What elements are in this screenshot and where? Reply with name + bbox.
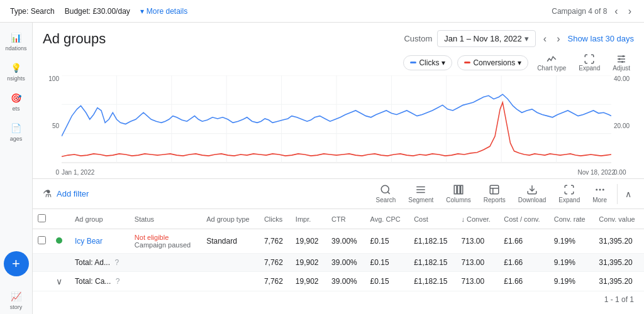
search-action-button[interactable]: Search (371, 183, 401, 205)
clicks-toggle[interactable]: Clicks ▾ (403, 55, 452, 70)
row-checkbox[interactable] (38, 236, 46, 244)
more-label: More (592, 197, 607, 203)
expand-table-button[interactable]: Expand (553, 183, 585, 205)
svg-point-32 (599, 189, 601, 191)
total-ad-status-cell (130, 254, 201, 272)
total-ad-dot-cell (51, 254, 70, 272)
expand-chart-label: Expand (579, 65, 600, 72)
svg-rect-27 (491, 185, 499, 194)
reports-label: Reports (484, 197, 506, 203)
segment-button[interactable]: Segment (403, 183, 438, 205)
conversions-label: Conversions (473, 58, 515, 67)
filter-bar: ⚗ Add filter Search Segment Columns (33, 178, 644, 209)
columns-button[interactable]: Columns (441, 183, 475, 205)
th-conv-rate: Conv. rate (549, 209, 594, 229)
total-ad-help-icon[interactable]: ? (114, 258, 119, 267)
total-ad-cost-conv-cell: £1.66 (499, 254, 549, 272)
total-campaign-row: ∨ Total: Ca... ? 7,762 19,902 39.00% £0.… (33, 272, 644, 291)
sidebar-label-ages: ages (10, 136, 23, 142)
ets-icon: 🎯 (10, 92, 23, 104)
date-picker[interactable]: Jan 1 – Nov 18, 2022 ▾ (437, 30, 536, 47)
total-ca-type-cell (201, 272, 259, 291)
conversions-chevron-icon: ▾ (518, 58, 521, 67)
svg-point-3 (623, 55, 625, 57)
row-ctr-cell: 39.00% (326, 229, 365, 254)
add-filter-button[interactable]: Add filter (57, 189, 89, 198)
total-ad-label-cell: Total: Ad... ? (70, 254, 130, 272)
expand-chart-button[interactable]: Expand (575, 52, 604, 73)
plus-icon: + (12, 257, 20, 271)
svg-point-19 (382, 185, 389, 193)
next-campaign-button[interactable]: › (626, 4, 634, 18)
date-range-text: Jan 1 – Nov 18, 2022 (444, 34, 522, 43)
row-status-cell: Not eligible Campaign paused (130, 229, 201, 254)
prev-date-button[interactable]: ‹ (541, 31, 549, 47)
th-clicks: Clicks (259, 209, 291, 229)
svg-point-33 (602, 189, 604, 191)
reports-button[interactable]: Reports (479, 183, 511, 205)
th-ctr: CTR (326, 209, 365, 229)
row-cost-conv-cell: £1.66 (499, 229, 549, 254)
sidebar-item-ets[interactable]: 🎯 ets (0, 88, 32, 116)
svg-point-4 (619, 58, 621, 60)
next-date-button[interactable]: › (554, 31, 562, 47)
total-ca-checkbox-cell (33, 272, 51, 291)
row-avg-cpc-cell: £0.15 (365, 229, 409, 254)
pagination: 1 - 1 of 1 (33, 291, 644, 308)
total-ca-cost-conv-cell: £1.66 (499, 272, 549, 291)
row-conv-cell: 713.00 (456, 229, 499, 254)
chart-svg (62, 75, 611, 163)
chart-type-label: Chart type (537, 65, 566, 72)
total-ca-impr-cell: 19,902 (291, 272, 326, 291)
ad-groups-table: Ad group Status Ad group type Clicks Imp… (33, 209, 644, 291)
chart-y-axis-left: 100 50 0 (43, 75, 62, 176)
not-eligible-status: Not eligible (135, 234, 196, 241)
adjust-label: Adjust (613, 65, 630, 72)
date-picker-arrow-icon: ▾ (525, 34, 529, 43)
svg-point-5 (621, 61, 623, 63)
row-status-dot-cell (51, 229, 70, 254)
add-button[interactable]: + (4, 251, 29, 276)
sidebar-item-ndations[interactable]: 📊 ndations (0, 28, 32, 55)
collapse-button[interactable]: ∧ (623, 187, 634, 202)
columns-icon (453, 184, 464, 195)
sidebar-label-story: story (10, 304, 23, 310)
adjust-icon (616, 53, 627, 65)
columns-label: Columns (446, 197, 470, 203)
chart-controls: Clicks ▾ Conversions ▾ Chart type (43, 52, 634, 73)
chart-container: Clicks ▾ Conversions ▾ Chart type (33, 52, 644, 176)
total-ca-conv-rate-cell: 9.19% (549, 272, 594, 291)
chart-svg-area (62, 75, 611, 163)
prev-campaign-button[interactable]: ‹ (612, 4, 620, 18)
more-button[interactable]: More (587, 183, 612, 205)
th-conv-value: Conv. value (594, 209, 644, 229)
chart-type-button[interactable]: Chart type (533, 52, 570, 73)
total-ca-avg-cpc-cell: £0.15 (365, 272, 409, 291)
expand-campaign-icon[interactable]: ∨ (56, 276, 62, 286)
conversions-toggle[interactable]: Conversions ▾ (457, 55, 528, 70)
expand-chart-icon (584, 53, 595, 65)
total-ca-label-cell: Total: Ca... ? (70, 272, 130, 291)
sidebar-item-nsights[interactable]: 💡 nsights (0, 58, 32, 85)
show-last-button[interactable]: Show last 30 days (567, 34, 634, 43)
ad-group-link[interactable]: Icy Bear (75, 237, 103, 246)
sidebar-item-ages[interactable]: 📄 ages (0, 118, 32, 146)
chart-y-axis-right: 40.00 20.00 0.00 (611, 75, 634, 176)
search-icon (380, 184, 391, 195)
row-type-cell: Standard (201, 229, 259, 254)
select-all-checkbox[interactable] (38, 214, 46, 222)
total-ca-help-icon[interactable]: ? (116, 277, 120, 286)
total-ad-cost-cell: £1,182.15 (409, 254, 456, 272)
more-details-link[interactable]: ▾ More details (140, 7, 187, 16)
chart-type-icon (546, 53, 557, 65)
segment-label: Segment (408, 197, 433, 203)
content-header: Ad groups Custom Jan 1 – Nov 18, 2022 ▾ … (33, 23, 644, 52)
sidebar-item-story[interactable]: 📈 story (0, 286, 32, 314)
th-ad-group: Ad group (70, 209, 130, 229)
download-button[interactable]: Download (513, 183, 551, 205)
adjust-button[interactable]: Adjust (609, 52, 634, 73)
reports-icon (489, 184, 500, 195)
th-status-dot (51, 209, 70, 229)
filter-icon[interactable]: ⚗ (43, 188, 52, 200)
total-ad-checkbox-cell (33, 254, 51, 272)
